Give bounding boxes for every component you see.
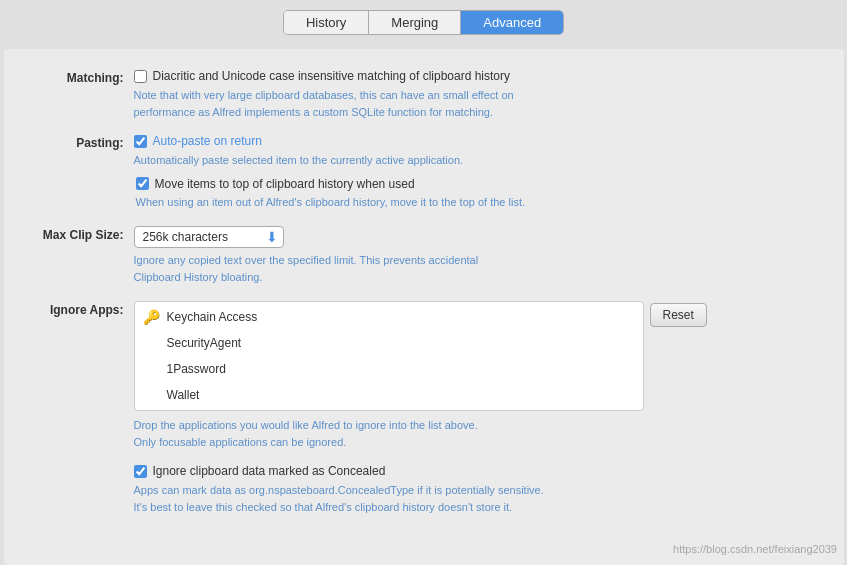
settings-content: Matching: Diacritic and Unicode case ins… [4, 49, 844, 565]
app-name-keychain: Keychain Access [167, 310, 258, 324]
watermark: https://blog.csdn.net/feixiang2039 [673, 543, 837, 555]
ignore-apps-area: 🔑 Keychain Access SecurityAgent 1Passwor… [134, 301, 814, 411]
ignore-concealed-checkbox[interactable] [134, 465, 147, 478]
ignore-concealed-content: Ignore clipboard data marked as Conceale… [134, 464, 814, 517]
reset-button[interactable]: Reset [650, 303, 707, 327]
pasting-content: Auto-paste on return Automatically paste… [134, 134, 814, 212]
list-item: 🔑 Keychain Access [135, 304, 643, 330]
app-name-security: SecurityAgent [167, 336, 242, 350]
pasting-label: Pasting: [24, 134, 134, 150]
matching-label: Matching: [24, 69, 134, 85]
keychain-icon: 🔑 [143, 308, 161, 326]
ignore-concealed-hint: Apps can mark data as org.nspasteboard.C… [134, 482, 814, 515]
matching-hint: Note that with very large clipboard data… [134, 87, 814, 120]
list-item: SecurityAgent [135, 330, 643, 356]
ignore-apps-content: 🔑 Keychain Access SecurityAgent 1Passwor… [134, 301, 814, 450]
maxclip-select-wrapper: 64k characters 128k characters 256k char… [134, 226, 284, 248]
maxclip-section: Max Clip Size: 64k characters 128k chara… [24, 226, 814, 287]
ignore-concealed-row: Ignore clipboard data marked as Conceale… [134, 464, 814, 478]
maxclip-hint: Ignore any copied text over the specifie… [134, 252, 814, 285]
pasting-section: Pasting: Auto-paste on return Automatica… [24, 134, 814, 212]
matching-content: Diacritic and Unicode case insensitive m… [134, 69, 814, 120]
matching-checkbox[interactable] [134, 70, 147, 83]
list-item: 1Password [135, 356, 643, 382]
autopaste-checkbox[interactable] [134, 135, 147, 148]
ignore-apps-hint: Drop the applications you would like Alf… [134, 417, 814, 450]
tab-merging[interactable]: Merging [369, 11, 461, 34]
ignore-apps-list[interactable]: 🔑 Keychain Access SecurityAgent 1Passwor… [134, 301, 644, 411]
maxclip-label: Max Clip Size: [24, 226, 134, 242]
maxclip-content: 64k characters 128k characters 256k char… [134, 226, 814, 287]
matching-section: Matching: Diacritic and Unicode case ins… [24, 69, 814, 120]
ignore-concealed-label: Ignore clipboard data marked as Conceale… [153, 464, 386, 478]
autopaste-hint: Automatically paste selected item to the… [134, 152, 814, 169]
wallet-icon [143, 386, 161, 404]
matching-row: Diacritic and Unicode case insensitive m… [134, 69, 814, 83]
maxclip-row: 64k characters 128k characters 256k char… [134, 226, 814, 248]
autopaste-row: Auto-paste on return [134, 134, 814, 148]
ignore-concealed-spacer [24, 464, 134, 466]
autopaste-label: Auto-paste on return [153, 134, 262, 148]
app-name-1password: 1Password [167, 362, 226, 376]
move-items-label: Move items to top of clipboard history w… [155, 177, 415, 191]
ignore-apps-label: Ignore Apps: [24, 301, 134, 317]
tab-bar: History Merging Advanced [283, 10, 564, 35]
1password-icon [143, 360, 161, 378]
move-items-hint: When using an item out of Alfred's clipb… [136, 194, 814, 211]
security-icon [143, 334, 161, 352]
ignore-concealed-section: Ignore clipboard data marked as Conceale… [24, 464, 814, 517]
tab-advanced[interactable]: Advanced [461, 11, 563, 34]
app-name-wallet: Wallet [167, 388, 200, 402]
tab-history[interactable]: History [284, 11, 369, 34]
move-items-checkbox[interactable] [136, 177, 149, 190]
matching-checkbox-label: Diacritic and Unicode case insensitive m… [153, 69, 511, 83]
maxclip-select[interactable]: 64k characters 128k characters 256k char… [134, 226, 284, 248]
ignore-apps-section: Ignore Apps: 🔑 Keychain Access SecurityA… [24, 301, 814, 450]
move-items-row: Move items to top of clipboard history w… [136, 177, 814, 191]
list-item: Wallet [135, 382, 643, 408]
